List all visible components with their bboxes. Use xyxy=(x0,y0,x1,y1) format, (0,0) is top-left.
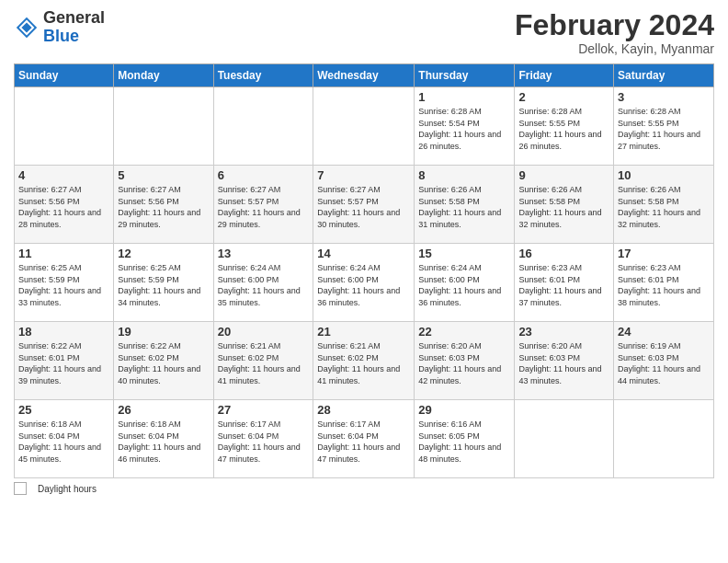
day-info: Sunrise: 6:22 AM Sunset: 6:02 PM Dayligh… xyxy=(118,340,209,386)
day-number: 16 xyxy=(518,247,609,260)
calendar-cell: 7Sunrise: 6:27 AM Sunset: 5:57 PM Daylig… xyxy=(313,166,415,244)
day-number: 7 xyxy=(317,168,410,182)
day-number: 28 xyxy=(317,403,410,417)
calendar-cell: 24Sunrise: 6:19 AM Sunset: 6:03 PM Dayli… xyxy=(614,322,714,400)
day-number: 4 xyxy=(18,168,109,182)
day-info: Sunrise: 6:23 AM Sunset: 6:01 PM Dayligh… xyxy=(618,262,710,308)
week-row-3: 11Sunrise: 6:25 AM Sunset: 5:59 PM Dayli… xyxy=(15,244,714,322)
day-number: 29 xyxy=(418,403,510,417)
calendar-cell xyxy=(313,87,415,166)
day-number: 8 xyxy=(418,168,510,182)
calendar-cell: 14Sunrise: 6:24 AM Sunset: 6:00 PM Dayli… xyxy=(313,244,415,322)
day-info: Sunrise: 6:20 AM Sunset: 6:03 PM Dayligh… xyxy=(418,340,510,386)
day-number: 27 xyxy=(218,403,310,417)
day-number: 21 xyxy=(317,325,410,339)
day-info: Sunrise: 6:25 AM Sunset: 5:59 PM Dayligh… xyxy=(118,262,209,308)
weekday-header-thursday: Thursday xyxy=(415,64,515,87)
day-info: Sunrise: 6:16 AM Sunset: 6:05 PM Dayligh… xyxy=(418,419,510,465)
calendar-cell xyxy=(15,87,114,166)
footer: Daylight hours xyxy=(14,482,714,495)
day-number: 17 xyxy=(618,247,710,260)
calendar-cell: 28Sunrise: 6:17 AM Sunset: 6:04 PM Dayli… xyxy=(313,400,415,478)
calendar-cell: 13Sunrise: 6:24 AM Sunset: 6:00 PM Dayli… xyxy=(213,244,313,322)
calendar-cell: 9Sunrise: 6:26 AM Sunset: 5:58 PM Daylig… xyxy=(515,166,614,244)
week-row-4: 18Sunrise: 6:22 AM Sunset: 6:01 PM Dayli… xyxy=(15,322,714,400)
day-number: 9 xyxy=(518,168,609,182)
calendar-cell: 15Sunrise: 6:24 AM Sunset: 6:00 PM Dayli… xyxy=(415,244,515,322)
day-info: Sunrise: 6:19 AM Sunset: 6:03 PM Dayligh… xyxy=(618,340,710,386)
calendar-cell xyxy=(515,400,614,478)
weekday-header-saturday: Saturday xyxy=(614,64,714,87)
day-info: Sunrise: 6:28 AM Sunset: 5:54 PM Dayligh… xyxy=(418,106,510,152)
calendar-cell: 6Sunrise: 6:27 AM Sunset: 5:57 PM Daylig… xyxy=(213,166,313,244)
day-number: 19 xyxy=(118,325,209,339)
calendar-cell: 10Sunrise: 6:26 AM Sunset: 5:58 PM Dayli… xyxy=(614,166,714,244)
daylight-box xyxy=(14,482,27,495)
day-info: Sunrise: 6:25 AM Sunset: 5:59 PM Dayligh… xyxy=(18,262,109,308)
title-block: February 2024 Dellok, Kayin, Myanmar xyxy=(515,9,714,56)
day-info: Sunrise: 6:17 AM Sunset: 6:04 PM Dayligh… xyxy=(317,419,410,465)
header: General Blue February 2024 Dellok, Kayin… xyxy=(14,9,714,56)
day-number: 20 xyxy=(218,325,310,339)
calendar-cell: 2Sunrise: 6:28 AM Sunset: 5:55 PM Daylig… xyxy=(515,87,614,166)
calendar-cell: 5Sunrise: 6:27 AM Sunset: 5:56 PM Daylig… xyxy=(114,166,213,244)
day-info: Sunrise: 6:21 AM Sunset: 6:02 PM Dayligh… xyxy=(317,340,410,386)
day-number: 12 xyxy=(118,247,209,260)
month-year: February 2024 xyxy=(515,9,714,41)
calendar-cell: 19Sunrise: 6:22 AM Sunset: 6:02 PM Dayli… xyxy=(114,322,213,400)
day-info: Sunrise: 6:24 AM Sunset: 6:00 PM Dayligh… xyxy=(317,262,410,308)
weekday-header-row: SundayMondayTuesdayWednesdayThursdayFrid… xyxy=(15,64,714,87)
weekday-header-friday: Friday xyxy=(515,64,614,87)
calendar-cell: 16Sunrise: 6:23 AM Sunset: 6:01 PM Dayli… xyxy=(515,244,614,322)
calendar-cell: 11Sunrise: 6:25 AM Sunset: 5:59 PM Dayli… xyxy=(15,244,114,322)
weekday-header-tuesday: Tuesday xyxy=(213,64,313,87)
page: General Blue February 2024 Dellok, Kayin… xyxy=(0,0,728,563)
day-number: 5 xyxy=(118,168,209,182)
day-info: Sunrise: 6:27 AM Sunset: 5:56 PM Dayligh… xyxy=(18,184,109,230)
day-number: 24 xyxy=(618,325,710,339)
calendar-cell: 26Sunrise: 6:18 AM Sunset: 6:04 PM Dayli… xyxy=(114,400,213,478)
weekday-header-monday: Monday xyxy=(114,64,213,87)
day-info: Sunrise: 6:26 AM Sunset: 5:58 PM Dayligh… xyxy=(418,184,510,230)
calendar-cell: 21Sunrise: 6:21 AM Sunset: 6:02 PM Dayli… xyxy=(313,322,415,400)
calendar-table: SundayMondayTuesdayWednesdayThursdayFrid… xyxy=(14,63,714,478)
day-number: 13 xyxy=(218,247,310,260)
calendar-cell: 12Sunrise: 6:25 AM Sunset: 5:59 PM Dayli… xyxy=(114,244,213,322)
day-info: Sunrise: 6:18 AM Sunset: 6:04 PM Dayligh… xyxy=(118,419,209,465)
day-info: Sunrise: 6:17 AM Sunset: 6:04 PM Dayligh… xyxy=(218,419,310,465)
calendar-cell: 8Sunrise: 6:26 AM Sunset: 5:58 PM Daylig… xyxy=(415,166,515,244)
day-info: Sunrise: 6:27 AM Sunset: 5:57 PM Dayligh… xyxy=(218,184,310,230)
day-number: 18 xyxy=(18,325,109,339)
location: Dellok, Kayin, Myanmar xyxy=(515,41,714,56)
day-number: 15 xyxy=(418,247,510,260)
calendar-cell xyxy=(614,400,714,478)
calendar-cell xyxy=(114,87,213,166)
day-number: 14 xyxy=(317,247,410,260)
day-number: 1 xyxy=(418,90,510,104)
week-row-5: 25Sunrise: 6:18 AM Sunset: 6:04 PM Dayli… xyxy=(15,400,714,478)
day-number: 25 xyxy=(18,403,109,417)
day-info: Sunrise: 6:21 AM Sunset: 6:02 PM Dayligh… xyxy=(218,340,310,386)
day-info: Sunrise: 6:28 AM Sunset: 5:55 PM Dayligh… xyxy=(518,106,609,152)
logo: General Blue xyxy=(14,9,105,46)
calendar-cell: 17Sunrise: 6:23 AM Sunset: 6:01 PM Dayli… xyxy=(614,244,714,322)
day-info: Sunrise: 6:18 AM Sunset: 6:04 PM Dayligh… xyxy=(18,419,109,465)
calendar-cell: 4Sunrise: 6:27 AM Sunset: 5:56 PM Daylig… xyxy=(15,166,114,244)
calendar-cell: 3Sunrise: 6:28 AM Sunset: 5:55 PM Daylig… xyxy=(614,87,714,166)
logo-blue-text: Blue xyxy=(43,27,79,45)
week-row-1: 1Sunrise: 6:28 AM Sunset: 5:54 PM Daylig… xyxy=(15,87,714,166)
day-info: Sunrise: 6:24 AM Sunset: 6:00 PM Dayligh… xyxy=(218,262,310,308)
day-info: Sunrise: 6:26 AM Sunset: 5:58 PM Dayligh… xyxy=(618,184,710,230)
day-info: Sunrise: 6:27 AM Sunset: 5:56 PM Dayligh… xyxy=(118,184,209,230)
day-info: Sunrise: 6:26 AM Sunset: 5:58 PM Dayligh… xyxy=(518,184,609,230)
weekday-header-wednesday: Wednesday xyxy=(313,64,415,87)
day-info: Sunrise: 6:24 AM Sunset: 6:00 PM Dayligh… xyxy=(418,262,510,308)
day-info: Sunrise: 6:20 AM Sunset: 6:03 PM Dayligh… xyxy=(518,340,609,386)
logo-general-text: General xyxy=(43,8,105,27)
day-number: 26 xyxy=(118,403,209,417)
day-number: 6 xyxy=(218,168,310,182)
calendar-cell: 23Sunrise: 6:20 AM Sunset: 6:03 PM Dayli… xyxy=(515,322,614,400)
day-number: 11 xyxy=(18,247,109,260)
calendar-cell: 1Sunrise: 6:28 AM Sunset: 5:54 PM Daylig… xyxy=(415,87,515,166)
day-number: 10 xyxy=(618,168,710,182)
